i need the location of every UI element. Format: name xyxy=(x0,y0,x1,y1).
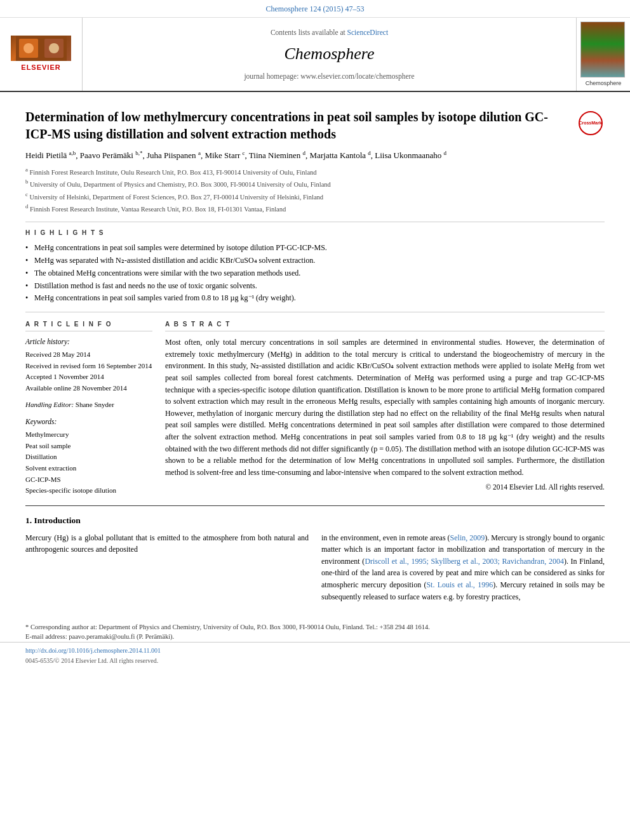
list-item: MeHg concentrations in peat soil samples… xyxy=(25,293,605,303)
issn-copyright: 0045-6535/© 2014 Elsevier Ltd. All right… xyxy=(25,657,605,665)
list-item: MeHg was separated with N₂-assisted dist… xyxy=(25,255,605,266)
handling-editor-block: Handling Editor: Shane Snyder xyxy=(25,399,152,410)
introduction-heading: 1. Introduction xyxy=(25,515,605,527)
section-divider xyxy=(25,505,605,506)
elsevier-image xyxy=(11,36,71,61)
revised-date: Received in revised form 16 September 20… xyxy=(25,361,152,371)
highlights-section: H I G H L I G H T S MeHg concentrations … xyxy=(25,222,605,312)
footer-bar: http://dx.doi.org/10.1016/j.chemosphere.… xyxy=(0,642,630,669)
list-item: Methylmercury xyxy=(25,429,152,441)
list-item: Solvent extraction xyxy=(25,463,152,474)
svg-point-4 xyxy=(49,43,59,53)
article-info-column: A R T I C L E I N F O Article history: R… xyxy=(25,320,152,497)
abstract-text: Most often, only total mercury concentra… xyxy=(165,337,605,493)
affiliations-block: a Finnish Forest Research Institute, Oul… xyxy=(25,166,605,214)
ref-stlouis-link[interactable]: St. Louis et al., 1996 xyxy=(426,580,493,589)
list-item: MeHg concentrations in peat soil samples… xyxy=(25,243,605,253)
elsevier-name: ELSEVIER xyxy=(21,63,60,72)
introduction-section: 1. Introduction Mercury (Hg) is a global… xyxy=(25,515,605,606)
list-item: Peat soil sample xyxy=(25,441,152,452)
intro-right-col: in the environment, even in remote areas… xyxy=(321,532,605,607)
journal-thumbnail-area: Chemosphere xyxy=(576,18,630,91)
list-item: Distillation method is fast and needs no… xyxy=(25,281,605,291)
highlights-title: H I G H L I G H T S xyxy=(25,229,605,237)
intro-left-col: Mercury (Hg) is a global pollutant that … xyxy=(25,532,309,607)
info-abstract-row: A R T I C L E I N F O Article history: R… xyxy=(25,320,605,497)
journal-header: ELSEVIER Contents lists available at Sci… xyxy=(0,18,630,93)
abstract-copyright: © 2014 Elsevier Ltd. All rights reserved… xyxy=(165,482,605,493)
doi-link[interactable]: http://dx.doi.org/10.1016/j.chemosphere.… xyxy=(25,646,605,655)
elsevier-logo: ELSEVIER xyxy=(10,37,73,72)
thumbnail-label: Chemosphere xyxy=(580,79,626,88)
abstract-label: A B S T R A C T xyxy=(165,320,605,331)
available-date: Available online 28 November 2014 xyxy=(25,383,152,394)
svg-point-3 xyxy=(23,43,34,53)
keywords-label: Keywords: xyxy=(25,417,152,427)
keywords-section: Keywords: Methylmercury Peat soil sample… xyxy=(25,417,152,497)
highlights-list: MeHg concentrations in peat soil samples… xyxy=(25,243,605,303)
received-date: Received 28 May 2014 xyxy=(25,349,152,360)
main-content: Determination of low methylmercury conce… xyxy=(0,92,630,619)
keywords-list: Methylmercury Peat soil sample Distillat… xyxy=(25,429,152,497)
abstract-column: A B S T R A C T Most often, only total m… xyxy=(165,320,605,497)
intro-body-columns: Mercury (Hg) is a global pollutant that … xyxy=(25,532,605,607)
ref-driscoll-link[interactable]: Driscoll et al., 1995; Skyllberg et al.,… xyxy=(365,557,564,566)
corresponding-author-note: * Corresponding author at: Department of… xyxy=(0,623,630,641)
list-item: Distillation xyxy=(25,451,152,463)
journal-citation: Chemosphere 124 (2015) 47–53 xyxy=(266,4,365,13)
list-item: Species-specific isotope dilution xyxy=(25,485,152,497)
journal-citation-bar: Chemosphere 124 (2015) 47–53 xyxy=(0,0,630,18)
journal-homepage: journal homepage: www.elsevier.com/locat… xyxy=(244,71,414,81)
crossmark-badge[interactable]: CrossMark xyxy=(576,109,605,137)
list-item: The obtained MeHg concentrations were si… xyxy=(25,268,605,279)
science-direct-link[interactable]: ScienceDirect xyxy=(347,29,389,36)
science-direct-notice: Contents lists available at ScienceDirec… xyxy=(271,27,388,37)
publisher-logo-area: ELSEVIER xyxy=(0,18,83,91)
journal-title-area: Contents lists available at ScienceDirec… xyxy=(83,18,576,91)
article-title: Determination of low methylmercury conce… xyxy=(25,109,605,143)
history-heading: Article history: xyxy=(25,337,152,347)
journal-thumbnail: Chemosphere xyxy=(580,22,626,88)
crossmark-icon: CrossMark xyxy=(579,111,603,135)
thumbnail-image xyxy=(580,22,625,77)
authors-line: Heidi Pietilä a,b, Paavo Perämäki b,*, J… xyxy=(25,149,605,162)
article-info-block: Article history: Received 28 May 2014 Re… xyxy=(25,337,152,497)
article-info-label: A R T I C L E I N F O xyxy=(25,320,152,331)
list-item: GC-ICP-MS xyxy=(25,474,152,486)
journal-name-header: Chemosphere xyxy=(284,43,374,65)
accepted-date: Accepted 1 November 2014 xyxy=(25,371,152,382)
ref-selin-link[interactable]: Selin, 2009 xyxy=(450,533,485,542)
